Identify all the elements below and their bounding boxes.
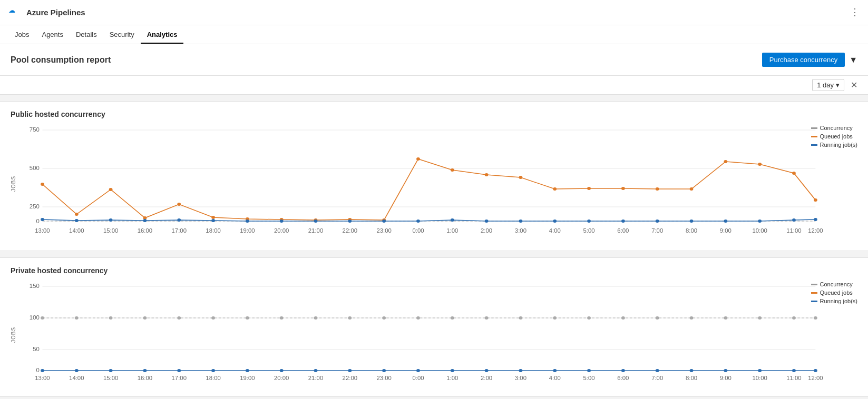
app-header: ☁ Azure Pipelines ⋮ [0, 0, 868, 25]
svg-point-77 [724, 220, 727, 223]
svg-point-146 [314, 369, 318, 372]
private-chart-area: JOBS 150 100 50 0 13:00 14:00 15:00 [11, 281, 857, 388]
svg-text:19:00: 19:00 [240, 228, 255, 234]
svg-text:21:00: 21:00 [308, 375, 323, 381]
svg-point-136 [792, 316, 796, 320]
app-title: Azure Pipelines [26, 8, 85, 17]
svg-point-37 [177, 203, 181, 206]
svg-point-140 [109, 369, 113, 372]
svg-point-54 [758, 163, 762, 166]
svg-text:12:00: 12:00 [808, 228, 823, 234]
svg-text:8:00: 8:00 [686, 375, 697, 381]
public-chart-legend: Concurrency Queued jobs Running job(s) [811, 125, 857, 148]
svg-text:22:00: 22:00 [343, 228, 357, 234]
svg-point-155 [621, 369, 625, 372]
svg-text:4:00: 4:00 [549, 375, 561, 381]
svg-point-122 [314, 316, 318, 320]
svg-point-66 [348, 220, 352, 223]
nav-details[interactable]: Details [70, 25, 103, 44]
nav-jobs[interactable]: Jobs [8, 25, 35, 44]
filter-icon[interactable]: ▼ [849, 55, 857, 65]
private-chart-section: Private hosted concurrency JOBS 150 100 … [0, 257, 868, 397]
svg-point-64 [280, 220, 284, 223]
svg-text:11:00: 11:00 [786, 228, 801, 234]
svg-point-133 [690, 316, 694, 320]
svg-text:0: 0 [36, 367, 39, 373]
svg-text:19:00: 19:00 [240, 375, 255, 381]
svg-text:21:00: 21:00 [308, 228, 323, 234]
nav-agents[interactable]: Agents [35, 25, 69, 44]
svg-text:0:00: 0:00 [412, 228, 424, 234]
svg-point-49 [587, 187, 591, 190]
svg-text:0: 0 [36, 218, 39, 224]
svg-point-148 [382, 369, 386, 372]
svg-text:0:00: 0:00 [412, 375, 424, 381]
svg-point-55 [792, 172, 796, 175]
more-options-icon[interactable]: ⋮ [850, 6, 860, 18]
svg-point-126 [451, 316, 454, 320]
svg-text:50: 50 [33, 346, 40, 352]
nav-analytics[interactable]: Analytics [141, 25, 184, 44]
svg-point-34 [75, 213, 79, 216]
svg-point-53 [724, 160, 727, 163]
public-chart-svg: 750 500 250 0 13:00 14:00 15:00 16:00 17… [18, 125, 857, 241]
legend-queued: Queued jobs [811, 133, 857, 139]
svg-point-50 [621, 187, 625, 190]
svg-point-125 [416, 316, 420, 320]
svg-point-145 [280, 369, 284, 372]
svg-text:9:00: 9:00 [720, 228, 732, 234]
svg-text:2:00: 2:00 [481, 228, 492, 234]
svg-point-159 [758, 369, 762, 372]
running-color-p [811, 301, 817, 302]
svg-point-124 [382, 316, 386, 320]
svg-text:5:00: 5:00 [583, 375, 595, 381]
svg-text:14:00: 14:00 [69, 228, 84, 234]
svg-text:10:00: 10:00 [752, 228, 767, 234]
svg-point-143 [211, 369, 215, 372]
svg-text:18:00: 18:00 [206, 228, 220, 234]
svg-point-35 [109, 188, 113, 191]
svg-point-120 [246, 316, 249, 320]
svg-text:6:00: 6:00 [617, 375, 629, 381]
svg-point-57 [41, 218, 44, 221]
queued-color [811, 136, 817, 137]
svg-point-131 [621, 316, 625, 320]
purchase-concurrency-button[interactable]: Purchase concurrency [762, 53, 845, 67]
svg-point-75 [656, 220, 659, 223]
charts-container: Public hosted concurrency JOBS 750 500 2… [0, 95, 868, 399]
svg-point-152 [519, 369, 523, 372]
svg-text:18:00: 18:00 [206, 375, 220, 381]
day-selector[interactable]: 1 day ▾ [812, 79, 844, 91]
svg-point-58 [75, 219, 79, 222]
private-chart-title: Private hosted concurrency [11, 266, 857, 275]
public-chart-area: JOBS 750 500 250 0 13:00 14:00 15:0 [11, 125, 857, 242]
svg-text:10:00: 10:00 [752, 375, 767, 381]
svg-point-67 [382, 220, 386, 223]
svg-point-130 [587, 316, 591, 320]
nav-security[interactable]: Security [103, 25, 141, 44]
svg-text:16:00: 16:00 [138, 375, 152, 381]
svg-point-123 [348, 316, 352, 320]
private-y-axis-label: JOBS [11, 281, 16, 388]
legend-queued-private: Queued jobs [811, 290, 857, 296]
concurrency-color-p [811, 284, 817, 285]
svg-text:20:00: 20:00 [274, 228, 289, 234]
private-chart-svg: 150 100 50 0 13:00 14:00 15:00 16:00 17:… [18, 281, 857, 386]
svg-point-46 [485, 173, 489, 176]
svg-text:8:00: 8:00 [686, 228, 697, 234]
svg-point-153 [553, 369, 557, 372]
header-actions: Purchase concurrency ▼ [762, 53, 857, 67]
svg-text:1:00: 1:00 [446, 228, 458, 234]
svg-text:9:00: 9:00 [720, 375, 732, 381]
svg-text:4:00: 4:00 [549, 228, 561, 234]
svg-point-115 [75, 316, 79, 320]
svg-text:250: 250 [30, 204, 40, 210]
svg-point-117 [143, 316, 147, 320]
svg-point-116 [109, 316, 113, 320]
public-chart-section: Public hosted concurrency JOBS 750 500 2… [0, 101, 868, 251]
svg-point-127 [485, 316, 489, 320]
public-chart-wrapper: 750 500 250 0 13:00 14:00 15:00 16:00 17… [18, 125, 857, 242]
svg-point-139 [75, 369, 79, 372]
svg-point-52 [690, 187, 694, 191]
close-filter-button[interactable]: ✕ [851, 80, 857, 90]
